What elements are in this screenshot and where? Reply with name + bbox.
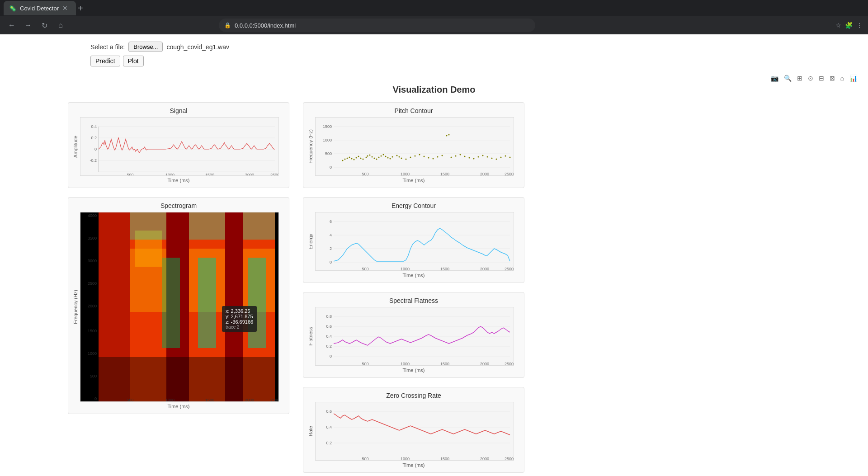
lock-icon: 🔒 (224, 22, 231, 28)
camera-icon[interactable]: 📷 (769, 74, 780, 83)
svg-point-53 (342, 160, 344, 161)
predict-button[interactable]: Predict (90, 56, 120, 66)
svg-text:500: 500 (362, 172, 368, 176)
svg-text:500: 500 (362, 267, 368, 271)
spectrogram-x-label: Time (ms) (73, 404, 284, 409)
svg-text:500: 500 (362, 362, 368, 366)
viz-toolbar: 📷 🔍 ⊞ ⊙ ⊟ ⊠ ⌂ 📊 (0, 74, 868, 85)
svg-point-57 (351, 158, 353, 160)
svg-text:0: 0 (330, 260, 332, 264)
svg-text:2: 2 (330, 246, 332, 251)
svg-text:1000: 1000 (401, 172, 410, 176)
energy-y-label: Energy (308, 234, 313, 250)
zoom-out-icon[interactable]: ⊟ (817, 74, 826, 83)
svg-text:-0.2: -0.2 (90, 158, 97, 163)
svg-point-94 (469, 157, 470, 159)
svg-text:2000: 2000 (480, 172, 489, 176)
svg-point-75 (392, 156, 393, 158)
svg-point-102 (505, 156, 506, 157)
spectrogram-title: Spectrogram (73, 202, 284, 209)
tooltip-x: x: 2,336.25 (226, 308, 253, 314)
pitch-contour-chart: Pitch Contour Frequency (Hz) 1500 1000 5… (303, 102, 524, 188)
zoom-in-icon[interactable]: 🔍 (782, 74, 793, 83)
zcr-chart: Zero Crossing Rate Rate 0.6 0.4 0.2 500 … (303, 387, 524, 473)
svg-point-72 (385, 156, 387, 157)
svg-point-87 (442, 155, 443, 156)
zoom-box-icon[interactable]: ⊞ (795, 74, 804, 83)
svg-point-61 (360, 158, 362, 159)
svg-point-91 (455, 156, 457, 157)
svg-text:3500: 3500 (88, 236, 97, 240)
home-button[interactable]: ⌂ (54, 19, 67, 32)
reset-icon[interactable]: ⌂ (839, 74, 846, 83)
svg-text:2000: 2000 (245, 398, 254, 402)
filename-display: cough_covid_eg1.wav (166, 43, 229, 51)
energy-chart: Energy Contour Energy 6 4 2 0 (303, 197, 524, 283)
svg-point-66 (372, 156, 373, 158)
new-tab-button[interactable]: + (78, 3, 83, 14)
active-tab[interactable]: 🦠 Covid Detector ✕ (4, 1, 76, 15)
svg-text:1000: 1000 (88, 351, 97, 356)
forward-button[interactable]: → (22, 19, 34, 32)
signal-x-label: Time (ms) (73, 178, 284, 183)
pitch-contour-title: Pitch Contour (308, 107, 519, 114)
extensions-icon: 🧩 (845, 22, 853, 29)
svg-text:1500: 1500 (323, 124, 332, 129)
zcr-title: Zero Crossing Rate (308, 392, 519, 399)
svg-text:1500: 1500 (440, 457, 449, 461)
tab-close-button[interactable]: ✕ (62, 5, 68, 12)
reload-button[interactable]: ↻ (38, 19, 51, 32)
svg-text:2500: 2500 (270, 398, 279, 402)
svg-text:6: 6 (330, 219, 332, 224)
file-toolbar: Select a file: Browse... cough_covid_eg1… (0, 34, 868, 56)
lasso-icon[interactable]: ⊙ (806, 74, 815, 83)
svg-point-78 (401, 158, 402, 159)
svg-text:1500: 1500 (205, 173, 214, 176)
select-file-label: Select a file: (90, 43, 125, 51)
svg-text:0.2: 0.2 (326, 441, 332, 445)
toggle-icon[interactable]: 📊 (848, 74, 859, 83)
tooltip-z: z: -36.69166 (226, 319, 253, 325)
flatness-x-label: Time (ms) (308, 368, 519, 373)
svg-point-55 (347, 158, 348, 159)
svg-point-82 (419, 154, 420, 156)
svg-text:0.6: 0.6 (326, 409, 332, 414)
svg-text:2000: 2000 (88, 304, 97, 308)
svg-point-103 (509, 157, 511, 158)
svg-text:2500: 2500 (505, 172, 514, 176)
plot-button[interactable]: Plot (123, 56, 144, 66)
svg-text:2500: 2500 (505, 457, 514, 461)
signal-y-label: Amplitude (73, 136, 78, 158)
svg-text:500: 500 (127, 173, 133, 176)
svg-text:0: 0 (94, 396, 97, 401)
svg-text:0: 0 (330, 165, 332, 170)
menu-icon[interactable]: ⋮ (856, 22, 863, 29)
tooltip-trace: trace 2 (226, 325, 253, 330)
back-button[interactable]: ← (5, 19, 18, 32)
svg-text:0: 0 (94, 147, 97, 151)
tooltip-y: y: 2,671.875 (226, 314, 253, 319)
address-bar[interactable]: 🔒 0.0.0.0:5000/index.html (219, 19, 535, 32)
signal-svg: 0.4 0.2 0 -0.2 500 1000 1500 2000 2500 (80, 117, 279, 176)
spectrogram-chart: Spectrogram Frequency (Hz) (68, 197, 289, 414)
svg-text:1500: 1500 (440, 267, 449, 271)
spectral-flatness-title: Spectral Flatness (308, 297, 519, 304)
zcr-svg: 0.6 0.4 0.2 500 1000 1500 2000 2500 (315, 402, 514, 461)
pan-icon[interactable]: ⊠ (828, 74, 837, 83)
svg-point-56 (349, 157, 350, 158)
svg-text:1000: 1000 (165, 173, 175, 176)
spectrogram-tooltip: x: 2,336.25 y: 2,671.875 z: -36.69166 tr… (222, 306, 257, 332)
svg-point-54 (344, 159, 346, 160)
svg-point-81 (415, 156, 416, 157)
svg-rect-28 (189, 212, 225, 240)
svg-point-90 (451, 157, 452, 158)
svg-text:1000: 1000 (401, 267, 410, 271)
svg-text:1000: 1000 (401, 457, 410, 461)
tab-icon: 🦠 (9, 5, 16, 12)
svg-rect-26 (248, 258, 266, 348)
svg-point-89 (448, 134, 450, 136)
bookmark-icon[interactable]: ☆ (835, 22, 841, 29)
svg-point-93 (464, 156, 466, 157)
browse-button[interactable]: Browse... (128, 42, 163, 52)
svg-rect-30 (99, 357, 275, 402)
